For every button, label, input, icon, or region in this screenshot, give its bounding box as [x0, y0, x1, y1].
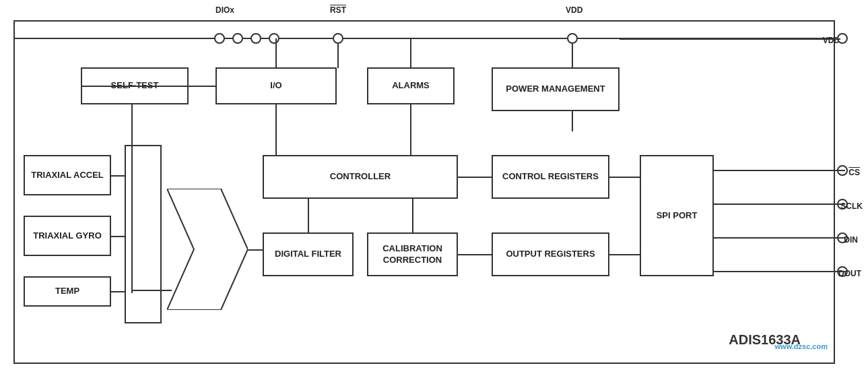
cs-label: CS	[848, 168, 860, 177]
signal-collector	[125, 145, 162, 323]
creg-to-spi-line	[609, 177, 641, 178]
alarms-to-ctrl-line	[410, 104, 411, 156]
power-vdd-line	[620, 38, 840, 40]
triaxial-gyro-block: TRIAXIAL GYRO	[24, 216, 111, 256]
io-block: I/O	[215, 67, 337, 104]
control-registers-block: CONTROL REGISTERS	[492, 155, 609, 199]
accel-to-collector	[111, 175, 126, 177]
vdd-top-label: VDD	[566, 5, 582, 15]
spi-port-block: SPI PORT	[640, 155, 714, 276]
selftest-v-line	[131, 104, 133, 293]
din-label: DIN	[844, 235, 858, 245]
watermark: www.dzsc.com	[775, 342, 828, 350]
cal-correction-block: CALIBRATION CORRECTION	[367, 232, 458, 276]
selftest-h-line-bottom	[131, 290, 172, 291]
ctrl-to-creg-line	[458, 177, 493, 178]
rst-pin	[333, 33, 343, 44]
diox-pin-4	[269, 33, 279, 44]
rst-label: RST	[330, 5, 346, 15]
adc-mux-arrow	[167, 189, 248, 310]
rst-io-line	[337, 44, 339, 68]
diox-pin-2	[232, 33, 243, 44]
alarms-block: ALARMS	[367, 67, 455, 104]
triaxial-accel-block: TRIAXIAL ACCEL	[24, 155, 111, 195]
selftest-top-line	[81, 86, 217, 87]
oreg-to-spi-line	[609, 254, 641, 255]
digital-filter-block: DIGITAL FILTER	[263, 232, 354, 276]
dout-line	[714, 271, 845, 272]
power-mgmt-block: POWER MANAGEMENT	[492, 67, 620, 111]
io-to-ctrl-line	[275, 104, 277, 156]
ctrl-to-cal-line	[412, 199, 413, 234]
cal-to-oreg-line	[458, 254, 493, 255]
gyro-to-collector	[111, 236, 126, 237]
sclk-line	[714, 203, 845, 205]
adc-to-filter-line	[248, 249, 264, 251]
temp-to-collector	[111, 291, 126, 292]
diox-pin-1	[214, 33, 225, 44]
cs-line	[714, 170, 845, 171]
output-registers-block: OUTPUT REGISTERS	[492, 232, 609, 276]
cs-text: CS	[848, 168, 860, 177]
controller-block: CONTROLLER	[263, 155, 458, 199]
ctrl-to-filter-line	[308, 199, 309, 234]
diox-label: DIOx	[215, 5, 234, 15]
diagram-container: DIOx RST VDD SELF-TEST I/O ALARMS POWER …	[0, 0, 868, 376]
svg-marker-0	[167, 189, 248, 310]
io-bus-line	[275, 38, 277, 68]
rst-text: RST	[330, 5, 346, 15]
vdd-pin	[567, 33, 578, 44]
temp-block: TEMP	[24, 276, 111, 307]
alarms-bus-line	[410, 38, 411, 68]
diox-pin-3	[251, 33, 261, 44]
power-mgmt-down	[572, 111, 573, 131]
din-line	[714, 237, 845, 239]
selftest-left-v	[81, 67, 82, 86]
